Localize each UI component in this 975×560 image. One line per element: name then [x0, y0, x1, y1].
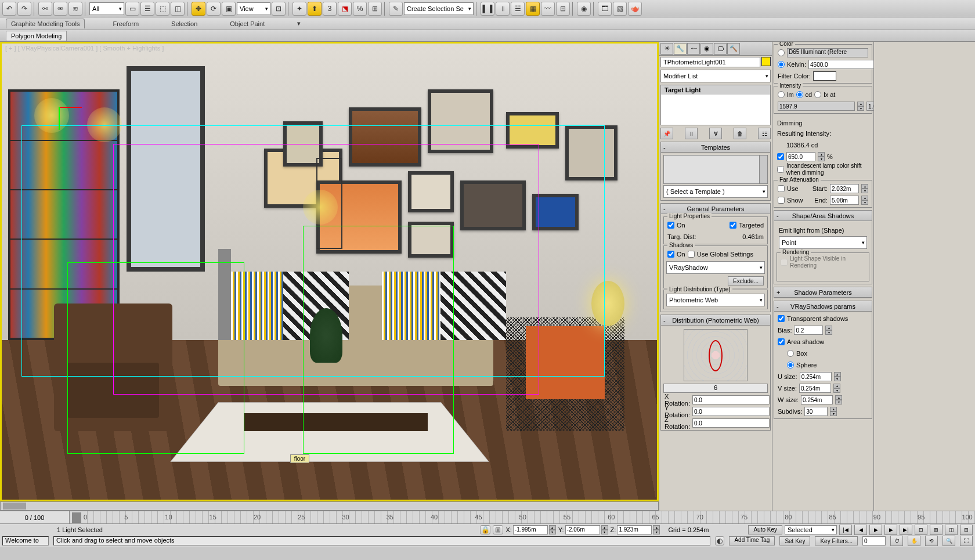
- x-coord-input[interactable]: [513, 525, 548, 534]
- polygon-modeling-tab[interactable]: Polygon Modeling: [6, 31, 67, 41]
- light-dist-dropdown[interactable]: Photometric Web: [666, 294, 765, 306]
- rendered-frame-icon[interactable]: ▧: [613, 2, 627, 16]
- manipulate-icon[interactable]: ✦: [292, 2, 306, 16]
- layer-explorer-icon[interactable]: ▦: [526, 2, 540, 16]
- comm-center-icon[interactable]: ◐: [715, 536, 724, 545]
- keyboard-shortcut-icon[interactable]: ⬆: [308, 2, 322, 16]
- vsize-input[interactable]: [799, 384, 831, 393]
- bias-spinner[interactable]: ▴▾: [825, 326, 832, 335]
- show-end-result-icon[interactable]: Ⅱ: [685, 128, 698, 139]
- filter-color-swatch[interactable]: [813, 71, 836, 81]
- tab-selection[interactable]: Selection: [167, 19, 202, 28]
- set-key-button[interactable]: Set Key: [779, 536, 810, 545]
- fa-start-input[interactable]: [830, 184, 859, 193]
- time-ruler[interactable]: 0510 152025 303540 455055 606570 758085 …: [81, 511, 975, 523]
- select-icon[interactable]: ▭: [125, 2, 139, 16]
- motion-tab-icon[interactable]: ◉: [700, 43, 713, 55]
- pivot-icon[interactable]: ⊡: [272, 2, 286, 16]
- fa-start-spinner[interactable]: ▴▾: [861, 184, 868, 193]
- object-name-field[interactable]: TPhotometricLight001: [660, 57, 760, 67]
- dimming-checkbox[interactable]: [777, 153, 784, 160]
- material-editor-icon[interactable]: ◉: [577, 2, 591, 16]
- box-radio[interactable]: [787, 350, 794, 357]
- template-select-dropdown[interactable]: ( Select a Template ): [663, 185, 768, 198]
- goto-start-icon[interactable]: |◀: [839, 525, 852, 535]
- nav-4-icon[interactable]: ⊟: [960, 525, 973, 535]
- curve-editor-icon[interactable]: 〰: [541, 2, 555, 16]
- keymode-dropdown[interactable]: Selected: [785, 525, 837, 534]
- selection-filter-dropdown[interactable]: All: [89, 2, 124, 15]
- dimming-spinner[interactable]: ▴▾: [818, 152, 825, 161]
- zoom-icon[interactable]: 🔍: [943, 536, 955, 546]
- viewport[interactable]: [ + ] [ VRayPhysicalCamera001 ] [ Smooth…: [0, 42, 659, 501]
- z-spinner[interactable]: ▴▾: [653, 525, 660, 534]
- select-region-icon[interactable]: ⬚: [156, 2, 169, 16]
- scale-icon[interactable]: ▣: [222, 2, 236, 16]
- shadow-type-dropdown[interactable]: VRayShadow: [666, 261, 765, 274]
- modifier-stack[interactable]: Target Light: [660, 85, 771, 125]
- transform-gizmo[interactable]: [41, 89, 76, 124]
- zrot-input[interactable]: [692, 418, 770, 428]
- next-frame-icon[interactable]: ▶: [884, 525, 897, 535]
- exclude-button[interactable]: Exclude...: [728, 276, 764, 286]
- d65-radio[interactable]: [778, 49, 785, 56]
- nav-3-icon[interactable]: ◫: [945, 525, 958, 535]
- template-scroll[interactable]: [759, 156, 767, 183]
- yrot-input[interactable]: [692, 407, 770, 416]
- tab-freeform[interactable]: Freeform: [108, 19, 143, 28]
- time-config-icon[interactable]: ⏱: [890, 536, 903, 546]
- light-on-checkbox[interactable]: [667, 222, 674, 229]
- x-spinner[interactable]: ▴▾: [549, 525, 556, 534]
- fa-use-checkbox[interactable]: [778, 185, 785, 192]
- max-toggle-icon[interactable]: ⛶: [960, 536, 973, 546]
- mirror-icon[interactable]: ▌▐: [481, 2, 494, 16]
- snap-3-icon[interactable]: 3: [323, 2, 337, 16]
- configure-sets-icon[interactable]: ☷: [758, 128, 771, 139]
- wsize-spinner[interactable]: ▴▾: [835, 395, 842, 404]
- bind-icon[interactable]: ≋: [68, 2, 82, 16]
- fa-end-input[interactable]: [830, 196, 859, 205]
- subdivs-input[interactable]: [804, 407, 828, 416]
- viewport-hscroll[interactable]: [0, 501, 659, 511]
- object-color-swatch[interactable]: [761, 57, 771, 66]
- hierarchy-tab-icon[interactable]: ⬳: [687, 43, 700, 55]
- render-icon[interactable]: 🫖: [628, 2, 642, 16]
- lxat-radio[interactable]: [814, 91, 821, 98]
- bias-input[interactable]: [794, 326, 823, 335]
- y-spinner[interactable]: ▴▾: [601, 525, 608, 534]
- pan-icon[interactable]: ✋: [908, 536, 920, 546]
- nav-1-icon[interactable]: ⊡: [915, 525, 927, 535]
- tab-graphite[interactable]: Graphite Modeling Tools: [6, 19, 85, 28]
- render-setup-icon[interactable]: 🗔: [598, 2, 612, 16]
- incand-checkbox[interactable]: [777, 166, 784, 173]
- align-icon[interactable]: ⫴: [496, 2, 510, 16]
- utilities-tab-icon[interactable]: 🔨: [727, 43, 740, 55]
- intensity-spinner[interactable]: ▴▾: [857, 102, 864, 111]
- shadow-params-header[interactable]: Shadow Parameters: [774, 287, 872, 298]
- templates-header[interactable]: Templates: [661, 142, 770, 153]
- layers-icon[interactable]: ☱: [511, 2, 525, 16]
- pin-stack-icon[interactable]: 📌: [660, 128, 673, 139]
- lm-radio[interactable]: [778, 91, 785, 98]
- photometric-web-preview[interactable]: [684, 329, 748, 381]
- prev-frame-icon[interactable]: ◀: [854, 525, 867, 535]
- modify-tab-icon[interactable]: 🔧: [674, 43, 687, 55]
- intensity-input[interactable]: [778, 102, 855, 111]
- schematic-icon[interactable]: ⊟: [556, 2, 570, 16]
- fa-end-spinner[interactable]: ▴▾: [861, 196, 868, 205]
- refcoord-dropdown[interactable]: View: [237, 2, 270, 15]
- move-icon[interactable]: ✥: [192, 2, 205, 16]
- kelvin-input[interactable]: [808, 60, 873, 69]
- ribbon-expand-icon[interactable]: ▾: [292, 19, 305, 28]
- remove-mod-icon[interactable]: 🗑: [734, 128, 746, 139]
- shape-dropdown[interactable]: Point: [779, 236, 867, 249]
- sphere-radio[interactable]: [787, 362, 794, 368]
- xrot-input[interactable]: [692, 395, 770, 404]
- angle-snap-icon[interactable]: ⬔: [338, 2, 352, 16]
- add-time-tag-button[interactable]: Add Time Tag: [729, 536, 775, 545]
- redo-icon[interactable]: ↷: [17, 2, 31, 16]
- trans-shadows-checkbox[interactable]: [778, 315, 785, 322]
- maxscript-listener[interactable]: Welcome to MA: [2, 536, 49, 545]
- current-frame-input[interactable]: [862, 536, 886, 545]
- y-coord-input[interactable]: [565, 525, 600, 534]
